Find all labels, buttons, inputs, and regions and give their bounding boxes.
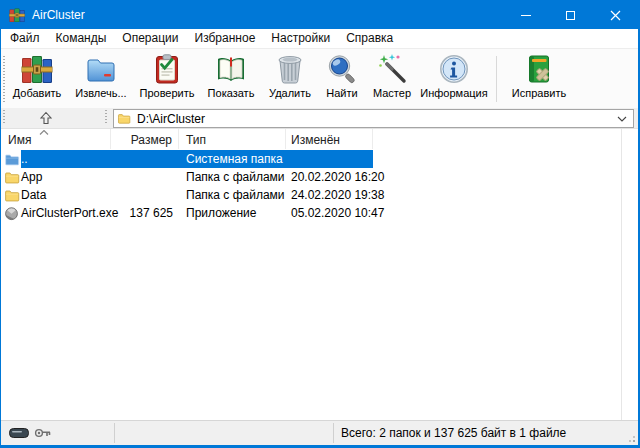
window-title: AirCluster [32, 8, 85, 22]
addressbar-gripper-2[interactable] [105, 110, 107, 125]
status-bar: Всего: 2 папок и 137 625 байт в 1 файле [1, 420, 638, 445]
info-button[interactable]: Информация [418, 53, 490, 105]
extract-button[interactable]: Извлечь... [68, 53, 134, 105]
menu-operations[interactable]: Операции [114, 29, 186, 48]
folder-icon [117, 112, 131, 125]
winrar-window: AirCluster Файл Команды Операции Избранн… [0, 0, 640, 448]
toolbar-separator [496, 56, 497, 102]
minimize-button[interactable] [503, 1, 548, 29]
wizard-button[interactable]: Мастер [366, 53, 418, 105]
view-open-book-icon [215, 53, 247, 85]
view-button-label: Показать [208, 87, 255, 99]
info-circle-icon [438, 53, 470, 85]
test-button-label: Проверить [139, 87, 194, 99]
add-button[interactable]: Добавить [6, 53, 68, 105]
minimize-icon [521, 15, 531, 16]
file-type: Папка с файлами [179, 188, 286, 202]
extract-button-label: Извлечь... [75, 87, 126, 99]
resize-grip[interactable] [627, 434, 636, 443]
folder-icon [4, 170, 20, 185]
column-header-size[interactable]: Размер [111, 129, 179, 149]
file-size: 137 625 [111, 206, 179, 220]
file-modified: 24.02.2020 19:38 [286, 188, 373, 202]
winrar-books-icon [9, 7, 25, 23]
wizard-button-label: Мастер [373, 87, 411, 99]
file-type: Системная папка [179, 152, 286, 166]
up-arrow-icon [40, 111, 52, 125]
menu-commands[interactable]: Команды [48, 29, 115, 48]
window-controls [503, 1, 638, 29]
address-bar: D:\AirCluster [1, 108, 638, 129]
file-modified: 05.02.2020 10:47 [286, 206, 373, 220]
file-modified: 20.02.2020 16:20 [286, 170, 373, 184]
application-icon [4, 206, 19, 221]
folder-up-icon [4, 152, 20, 167]
delete-button[interactable]: Удалить [262, 53, 318, 105]
file-name: App [21, 170, 111, 184]
title-bar[interactable]: AirCluster [1, 1, 638, 29]
file-row-up[interactable]: .. Системная папка [1, 150, 638, 168]
find-button[interactable]: Найти [318, 53, 366, 105]
info-button-label: Информация [420, 87, 487, 99]
repair-button-label: Исправить [512, 87, 566, 99]
menu-help[interactable]: Справка [338, 29, 401, 48]
repair-button[interactable]: Исправить [503, 53, 575, 105]
up-one-level-button[interactable] [9, 108, 83, 128]
file-name: Data [21, 188, 111, 202]
delete-button-label: Удалить [269, 87, 311, 99]
current-path: D:\AirCluster [137, 112, 205, 126]
disk-drive-icon[interactable] [9, 428, 29, 438]
statusbar-separator [114, 423, 115, 443]
menu-bar: Файл Команды Операции Избранное Настройк… [1, 29, 638, 49]
maximize-button[interactable] [548, 1, 593, 29]
column-header-modified[interactable]: Изменён [286, 129, 373, 149]
menu-favorites[interactable]: Избранное [187, 29, 264, 48]
file-row-exe[interactable]: AirClusterPort.exe 137 625 Приложение 05… [1, 204, 638, 222]
view-button[interactable]: Показать [200, 53, 262, 105]
file-row-app[interactable]: App Папка с файлами 20.02.2020 16:20 [1, 168, 638, 186]
addressbar-gripper[interactable] [3, 110, 5, 125]
toolbar: Добавить Извлечь... Проверить [1, 49, 638, 112]
wizard-wand-icon [376, 53, 408, 85]
add-archive-books-icon [21, 53, 53, 85]
chevron-down-icon[interactable] [617, 116, 627, 122]
column-header-type[interactable]: Тип [179, 129, 286, 149]
file-name: AirClusterPort.exe [21, 206, 111, 220]
file-list: .. Системная папка App Папка с файлами 2… [1, 150, 638, 222]
menu-file[interactable]: Файл [2, 29, 48, 48]
close-icon [610, 10, 621, 21]
sort-ascending-icon [39, 130, 49, 135]
repair-book-icon [523, 53, 555, 85]
file-row-data[interactable]: Data Папка с файлами 24.02.2020 19:38 [1, 186, 638, 204]
folder-icon [4, 188, 20, 203]
close-button[interactable] [593, 1, 638, 29]
file-name: .. [21, 152, 111, 166]
file-type: Папка с файлами [179, 170, 286, 184]
file-type: Приложение [179, 206, 286, 220]
extract-folder-icon [85, 53, 117, 85]
menu-settings[interactable]: Настройки [263, 29, 338, 48]
delete-trash-icon [274, 53, 306, 85]
maximize-icon [566, 11, 575, 20]
total-summary: Всего: 2 папок и 137 625 байт в 1 файле [341, 421, 566, 445]
path-combobox[interactable]: D:\AirCluster [113, 109, 634, 128]
find-magnifier-icon [326, 53, 358, 85]
statusbar-separator [333, 423, 334, 443]
test-clipboard-check-icon [151, 53, 183, 85]
add-button-label: Добавить [13, 87, 62, 99]
key-icon[interactable] [34, 427, 52, 439]
toolbar-gripper[interactable] [3, 56, 5, 102]
test-button[interactable]: Проверить [134, 53, 200, 105]
find-button-label: Найти [326, 87, 357, 99]
column-header-name[interactable]: Имя [1, 129, 111, 149]
file-list-header: Имя Размер Тип Изменён [1, 129, 638, 149]
